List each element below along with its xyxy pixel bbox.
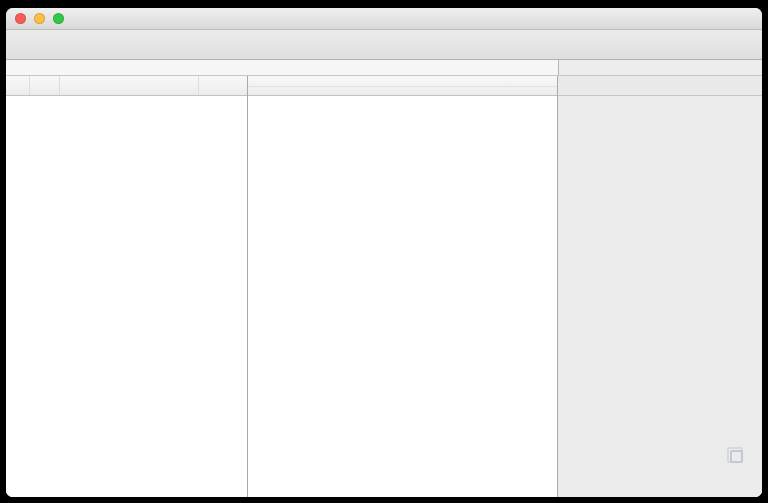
view-bar <box>6 60 762 76</box>
column-header-traits[interactable] <box>30 76 60 95</box>
outline-table-pane <box>6 76 248 497</box>
toolbar <box>6 30 762 60</box>
activity-bar <box>558 60 762 75</box>
inspector-panel <box>558 76 762 497</box>
zoom-button[interactable] <box>53 13 64 24</box>
table-body <box>6 96 247 497</box>
column-header-given-work[interactable] <box>199 76 247 95</box>
breadcrumb <box>6 60 558 75</box>
inspector-tabs <box>558 76 762 96</box>
title-bar <box>6 8 762 30</box>
column-header-title[interactable] <box>60 76 199 95</box>
merlin-logo-icon <box>730 450 743 463</box>
gantt-pane <box>248 76 558 497</box>
minimize-button[interactable] <box>34 13 45 24</box>
window-controls <box>15 13 64 24</box>
table-header <box>6 76 247 96</box>
timeline-header <box>248 76 557 96</box>
gantt-body <box>248 96 557 497</box>
inspector-body <box>558 96 762 497</box>
watermark <box>730 450 750 463</box>
close-button[interactable] <box>15 13 26 24</box>
main-content <box>6 76 762 497</box>
app-window <box>6 8 762 497</box>
column-header-number[interactable] <box>6 76 30 95</box>
